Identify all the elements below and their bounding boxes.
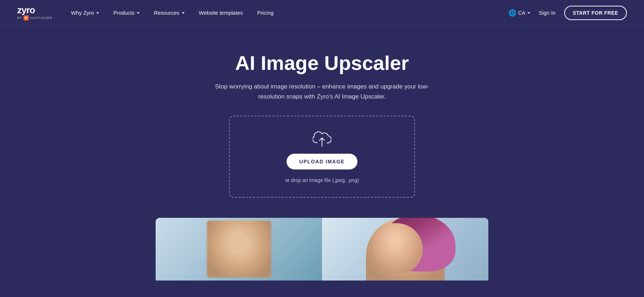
nav-label-website-templates: Website templates — [199, 10, 243, 16]
nav-right: 🌐 CA Sign In START FOR FREE — [508, 6, 627, 20]
pixelated-face — [207, 220, 271, 278]
nav-label-pricing: Pricing — [257, 10, 274, 16]
globe-icon: 🌐 — [508, 9, 516, 17]
hostinger-icon: H — [24, 15, 29, 20]
nav-left: zyro BY H HOSTINGER Why Zyro Products Re… — [17, 5, 275, 20]
upload-image-button[interactable]: UPLOAD IMAGE — [287, 154, 358, 169]
hero-section: AI Image Upscaler Stop worrying about im… — [0, 26, 644, 281]
navbar: zyro BY H HOSTINGER Why Zyro Products Re… — [0, 0, 644, 26]
upload-hint: or drop an image file (.jpeg, .png) — [285, 177, 359, 184]
chevron-down-icon — [137, 12, 140, 14]
nav-item-resources[interactable]: Resources — [152, 7, 186, 19]
nav-label-products: Products — [113, 10, 135, 16]
nav-item-products[interactable]: Products — [112, 7, 141, 19]
hero-title: AI Image Upscaler — [235, 52, 409, 75]
nav-item-why-zyro[interactable]: Why Zyro — [70, 7, 101, 19]
chevron-down-icon — [96, 12, 99, 14]
upload-dropzone[interactable]: UPLOAD IMAGE or drop an image file (.jpe… — [229, 116, 415, 198]
image-preview-container — [156, 218, 488, 281]
nav-item-website-templates[interactable]: Website templates — [197, 7, 244, 19]
nav-label-resources: Resources — [154, 10, 180, 16]
locale-label: CA — [518, 10, 525, 16]
hero-subtitle: Stop worrying about image resolution – e… — [211, 82, 433, 101]
logo[interactable]: zyro BY H HOSTINGER — [17, 5, 53, 20]
nav-item-pricing[interactable]: Pricing — [256, 7, 275, 19]
logo-byline: BY H HOSTINGER — [17, 15, 53, 20]
preview-section — [0, 218, 644, 281]
sign-in-button[interactable]: Sign In — [539, 10, 556, 16]
locale-selector[interactable]: 🌐 CA — [508, 9, 530, 17]
start-free-button[interactable]: START FOR FREE — [564, 6, 627, 20]
chevron-down-icon — [182, 12, 185, 14]
cloud-upload-icon — [313, 131, 331, 147]
nav-label-why-zyro: Why Zyro — [71, 10, 94, 16]
before-image — [156, 218, 322, 281]
logo-name: zyro — [17, 5, 35, 15]
after-image — [322, 218, 488, 281]
chevron-down-icon — [527, 12, 530, 14]
